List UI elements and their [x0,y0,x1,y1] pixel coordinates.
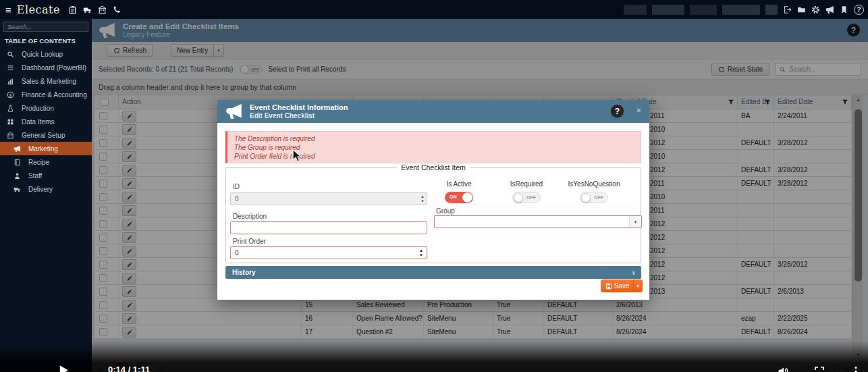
toggle-switch[interactable]: OFF [580,192,608,203]
save-button[interactable]: Save ▾ [601,280,643,292]
sidebar-item-label: Recipe [28,159,49,166]
close-icon[interactable]: × [636,105,641,115]
sidebar-item-label: Sales & Marketing [22,78,76,85]
app-logo: Elecate [17,3,60,16]
group-value [435,216,629,228]
print-order-label: Print Order [233,238,266,245]
hamburger-menu-icon[interactable]: ≡ [5,4,11,16]
sidebar-item-quick-lookup[interactable]: Quick Lookup [0,47,92,61]
help-icon[interactable]: ? [854,5,864,15]
toggle-switch[interactable]: OFF [512,192,541,203]
toc-heading: TABLE OF CONTENTS [0,32,92,47]
volume-icon[interactable] [778,366,788,372]
redacted-user-info [765,5,778,15]
group-dropdown[interactable]: ▾ [434,215,642,228]
modal-subtitle: Edit Event Checklist [250,112,348,119]
sidebar-item-production[interactable]: Production [0,101,92,115]
clipboard-icon[interactable] [68,5,77,14]
sidebar-search-input[interactable] [3,22,88,32]
toggle-group-isyesnoquestion: IsYesNoQuestionOFF [557,180,631,203]
validation-error-message: The Description is required [234,134,634,143]
toggle-state-label: OFF [526,195,536,200]
sidebar-item-label: Staff [28,172,42,180]
sidebar-item-dashboard-powerbi[interactable]: Dashboard (PowerBI) [0,61,92,74]
topbar-module-icons [68,5,121,14]
recipe-icon [13,159,21,166]
chevron-down-icon[interactable]: ▾ [629,216,641,228]
more-options-icon[interactable] [850,366,861,372]
finance-icon: $ [7,91,14,99]
sidebar-item-label: Marketing [28,145,58,153]
play-icon[interactable] [58,365,70,372]
sidebar-item-sales-marketing[interactable]: Sales & Marketing [0,74,92,88]
history-accordion[interactable]: History ∨ [225,266,641,279]
chevron-down-icon: ∨ [631,269,636,276]
modal-help-button[interactable]: ? [611,105,624,117]
sidebar-item-recipe[interactable]: Recipe [0,155,92,169]
event-checklist-fieldset: Event Checklist Item ID ▲▼ Is ActiveONIs… [225,167,641,263]
redacted-user-info [722,5,760,15]
print-order-field[interactable] [230,246,427,259]
print-order-stepper[interactable]: ▲▼ [416,246,426,259]
toggle-knob [514,193,523,203]
redacted-user-info [690,5,717,15]
megaphone-icon [13,145,21,153]
sidebar-item-general-setup[interactable]: General Setup [0,128,92,142]
sidebar-item-label: General Setup [22,132,65,139]
sidebar-item-finance-accounting[interactable]: $Finance & Accounting [0,88,92,101]
sidebar-item-staff[interactable]: Staff [0,169,92,182]
sidebar-item-data-items[interactable]: Data Items [0,115,92,128]
chart-icon [7,78,14,85]
toggle-label: Is Active [422,180,496,188]
fieldset-legend: Event Checklist Item [397,163,470,171]
megaphone-icon [225,103,243,120]
sidebar-item-label: Production [22,105,54,112]
toggle-state-label: OFF [594,195,603,200]
group-label: Group [436,207,455,215]
svg-text:$: $ [9,92,12,97]
redacted-user-info [624,5,647,15]
phone-icon[interactable] [113,5,121,14]
folder-icon[interactable] [797,5,806,14]
validation-error-panel: The Description is requiredThe Group is … [225,131,641,163]
toggle-knob [462,192,472,203]
history-label: History [232,269,255,276]
megaphone-icon[interactable] [825,5,834,14]
toggle-state-label: ON [450,194,457,199]
topbar-right: ? [624,0,864,19]
building-icon [7,132,14,139]
production-icon [7,105,14,112]
event-checklist-modal: Event Checklist Information Edit Event C… [217,100,649,300]
id-field[interactable] [230,192,427,205]
id-label: ID [233,183,240,190]
floppy-icon [605,283,612,290]
toggle-switch[interactable]: ON [445,192,473,203]
mouse-cursor [292,149,302,164]
description-field[interactable] [230,221,427,234]
sidebar-item-label: Data Items [22,118,54,126]
sidebar-item-marketing[interactable]: Marketing [0,142,92,155]
building-icon[interactable] [98,5,107,14]
truck-icon[interactable] [83,5,92,14]
sidebar-item-delivery[interactable]: Delivery [0,182,92,196]
top-bar: ≡ Elecate ? [0,0,868,19]
staff-icon [13,172,21,180]
bars-icon [7,64,14,72]
toggle-group-isrequired: IsRequiredOFF [489,180,564,203]
bookmark-icon[interactable] [840,5,848,14]
search-icon [7,51,14,58]
redacted-user-info [652,5,684,15]
gear-icon[interactable] [811,5,820,14]
toggle-label: IsRequired [489,180,564,188]
fullscreen-icon[interactable] [814,366,825,372]
description-label: Description [233,213,267,220]
sidebar-item-label: Delivery [28,186,53,193]
sidebar: TABLE OF CONTENTS Quick LookupDashboard … [0,19,92,372]
grid-icon [7,118,14,126]
sidebar-item-label: Finance & Accounting [22,91,87,99]
save-dropdown-arrow[interactable]: ▾ [633,280,642,292]
modal-header[interactable]: Event Checklist Information Edit Event C… [217,100,649,123]
modal-title: Event Checklist Information [250,103,348,111]
truck-icon [13,186,21,193]
logout-icon[interactable] [783,5,792,14]
